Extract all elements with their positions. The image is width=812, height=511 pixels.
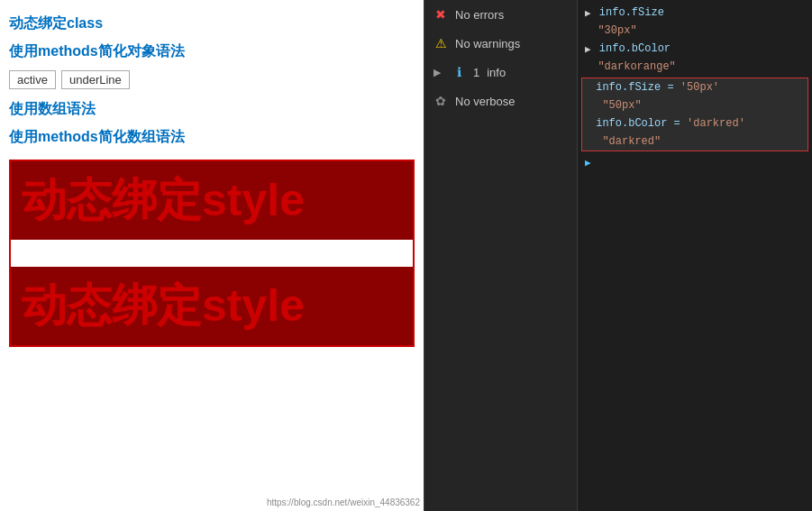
code-assign-2: info.bColor = 'darkred' bbox=[589, 117, 745, 130]
console-info[interactable]: ▶ ℹ 1 info bbox=[424, 58, 577, 87]
verbose-label: No verbose bbox=[455, 95, 515, 108]
title-methods-object: 使用methods简化对象语法 bbox=[9, 37, 415, 65]
style-text-1: 动态绑定style bbox=[22, 170, 305, 231]
style-block-middle bbox=[11, 240, 413, 267]
code-line-2[interactable]: "30px" bbox=[578, 22, 812, 40]
code-line-1[interactable]: ▶ info.fSize bbox=[578, 4, 812, 22]
left-panel: 动态绑定class 使用methods简化对象语法 active underLi… bbox=[0, 0, 424, 511]
code-line-bottom[interactable]: ▶ bbox=[578, 153, 812, 171]
info-icon: ℹ bbox=[452, 65, 466, 79]
code-highlighted-box: info.fSize = '50px' "50px" info.bColor =… bbox=[581, 78, 808, 151]
warning-label: No warnings bbox=[455, 37, 520, 50]
title-array-syntax: 使用数组语法 bbox=[9, 95, 415, 123]
code-string-2: "darkorange" bbox=[585, 60, 676, 73]
info-count: 1 bbox=[473, 66, 479, 79]
code-line-7[interactable]: info.bColor = 'darkred' bbox=[582, 114, 807, 132]
badge-underline[interactable]: underLine bbox=[61, 70, 130, 89]
style-block-top: 动态绑定style bbox=[11, 161, 413, 240]
error-label: No errors bbox=[455, 8, 504, 22]
code-line-5[interactable]: info.fSize = '50px' bbox=[582, 78, 807, 96]
code-line-8[interactable]: "darkred" bbox=[582, 132, 807, 151]
style-block-bottom: 动态绑定style bbox=[11, 267, 413, 345]
console-verbose[interactable]: ✿ No verbose bbox=[424, 87, 577, 115]
code-line-3[interactable]: ▶ info.bColor bbox=[578, 40, 812, 58]
watermark: https://blog.csdn.net/weixin_44836362 bbox=[267, 497, 420, 507]
code-string-1: "30px" bbox=[585, 24, 637, 37]
chevron-1: ▶ bbox=[585, 7, 591, 19]
code-line-6[interactable]: "50px" bbox=[582, 96, 807, 114]
title-methods-array: 使用methods简化数组语法 bbox=[9, 123, 415, 151]
chevron-3: ▶ bbox=[585, 43, 591, 55]
console-warnings[interactable]: ⚠ No warnings bbox=[424, 29, 577, 58]
info-arrow: ▶ bbox=[433, 67, 444, 78]
code-key-1: info.fSize bbox=[593, 6, 664, 19]
console-errors[interactable]: ✖ No errors bbox=[424, 0, 577, 29]
code-key-3: info.bColor bbox=[593, 42, 671, 55]
error-icon: ✖ bbox=[433, 7, 448, 22]
info-label: info bbox=[487, 66, 506, 79]
code-string-4: "darkred" bbox=[589, 135, 661, 148]
verbose-icon: ✿ bbox=[433, 94, 448, 108]
warning-icon: ⚠ bbox=[433, 36, 448, 50]
badges-row: active underLine bbox=[9, 65, 415, 95]
console-panel: ✖ No errors ⚠ No warnings ▶ ℹ 1 info ✿ N… bbox=[424, 0, 577, 511]
chevron-bottom: ▶ bbox=[585, 157, 591, 169]
code-panel: ▶ info.fSize "30px" ▶ info.bColor "darko… bbox=[577, 0, 812, 511]
code-string-3: "50px" bbox=[589, 99, 642, 112]
dynamic-style-container: 动态绑定style 动态绑定style bbox=[9, 160, 415, 347]
code-line-4[interactable]: "darkorange" bbox=[578, 58, 812, 76]
code-assign-1: info.fSize = '50px' bbox=[589, 81, 719, 94]
title-bind-class: 动态绑定class bbox=[9, 9, 415, 37]
style-text-2: 动态绑定style bbox=[22, 276, 305, 336]
badge-active[interactable]: active bbox=[9, 70, 56, 89]
